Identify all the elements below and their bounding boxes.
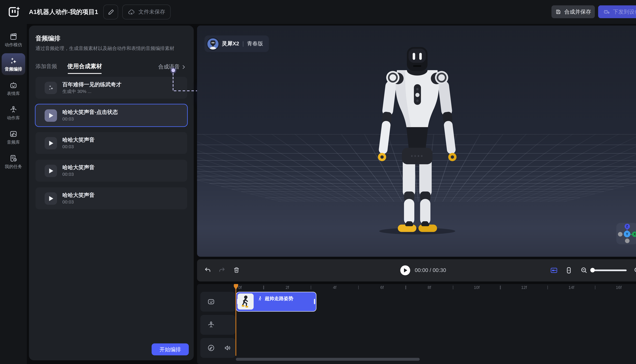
y-axis-handle[interactable]: Y: [624, 231, 630, 237]
guide-anchor-dot: [171, 68, 175, 72]
audio-item-title: 哈哈大笑声音-点击状态: [62, 110, 118, 115]
audio-item[interactable]: 哈哈大笑声音 00:03: [36, 132, 187, 154]
audio-item-duration: 00:03: [62, 144, 95, 149]
synthesize-save-button[interactable]: 合成并保存: [551, 5, 595, 18]
clip-label: 超帅走路姿势: [265, 296, 293, 302]
start-arrange-button[interactable]: 开始编排: [152, 344, 189, 355]
timeline-ruler[interactable]: 0f2f4f6f8f10f12f14f16f: [197, 284, 636, 290]
sidebar-item-motion-mimic[interactable]: 动作模仿: [2, 29, 25, 51]
play-icon[interactable]: [45, 192, 57, 204]
timeline-view-icon: [550, 266, 558, 274]
tab-add-audio[interactable]: 添加音频: [36, 63, 57, 70]
badge-divider: [243, 41, 243, 46]
neg-y-axis-handle[interactable]: [625, 238, 629, 243]
redo-icon: [218, 266, 226, 274]
motion-clip[interactable]: 超帅走路姿势: [236, 292, 316, 312]
guide-connector-horizontal: [174, 90, 198, 91]
timeline-horizontal-scrollbar[interactable]: [236, 358, 420, 361]
sidebar-label: 表情库: [7, 90, 20, 96]
undo-icon: [204, 266, 212, 274]
model-name: 灵犀X2: [222, 40, 239, 48]
neg-x-axis-handle[interactable]: [618, 232, 622, 236]
project-title: A1机器人动作-我的项目1: [29, 0, 98, 24]
sidebar-label: 动作库: [7, 115, 20, 120]
x-axis-handle[interactable]: X: [632, 231, 636, 237]
panel-description: 通过音频处理，生成音频素材以及融合动作和表情的音频编排素材: [36, 45, 189, 52]
delete-button[interactable]: [232, 266, 240, 274]
time-display: 00:00 / 00:30: [415, 259, 446, 282]
panel-tabs: 添加音频 使用合成素材 合成语音: [36, 62, 187, 72]
audio-item-duration: 00:03: [62, 200, 95, 204]
zoom-out-button[interactable]: [580, 266, 588, 274]
file-status-label: 文件未保存: [138, 8, 165, 16]
timeline-panel: 0f2f4f6f8f10f12f14f16f: [197, 284, 636, 364]
deploy-to-device-button[interactable]: 下发到设备: [598, 5, 636, 18]
robot-model[interactable]: [371, 46, 464, 234]
sidebar-item-motion-library[interactable]: 动作库: [2, 102, 25, 124]
sidebar-label: 我的任务: [5, 164, 22, 170]
fit-width-button[interactable]: [565, 266, 573, 274]
sidebar-item-audio-library[interactable]: 音频库: [2, 126, 25, 148]
play-icon[interactable]: [45, 137, 57, 149]
audio-item[interactable]: 哈哈大笑声音 00:03: [36, 160, 187, 182]
play-icon[interactable]: [45, 164, 57, 177]
timeline-zoom-slider-handle[interactable]: [590, 268, 595, 272]
audio-item-title: 百年难得一见的练武奇才: [62, 82, 121, 87]
pencil-icon: [107, 8, 114, 16]
audio-track-icon: [207, 344, 215, 352]
floppy-save-icon: [555, 9, 561, 15]
zoom-out-icon: [580, 266, 588, 274]
axis-gizmo[interactable]: Z Y X: [616, 223, 636, 244]
audio-track-header[interactable]: [200, 338, 235, 358]
play-icon: [404, 268, 407, 272]
audio-item-generating[interactable]: 百年难得一见的练武奇才 生成中 30% ...: [36, 77, 187, 99]
robot-download-icon: [603, 8, 610, 15]
sidebar-item-audio-arrange[interactable]: 音频编排: [2, 53, 25, 75]
clip-trim-handle-right[interactable]: [314, 299, 315, 304]
sidebar-label: 音频编排: [5, 66, 22, 72]
audio-item-duration: 00:03: [62, 117, 118, 122]
sidebar-item-my-tasks[interactable]: 我的任务: [2, 150, 25, 172]
audio-item[interactable]: 哈哈大笑声音 00:03: [36, 187, 187, 209]
synthesize-voice-label: 合成语音: [158, 63, 180, 70]
zoom-in-button[interactable]: [633, 266, 636, 274]
z-axis-handle[interactable]: Z: [624, 224, 630, 229]
app-window: A1机器人动作-我的项目1 文件未保存 合成并保存: [0, 0, 636, 364]
audio-item-title: 哈哈大笑声音: [62, 137, 95, 142]
audio-item-selected[interactable]: 哈哈大笑声音-点击状态 00:03: [36, 104, 187, 126]
motion-track-icon: [207, 321, 215, 329]
synthesize-save-label: 合成并保存: [564, 8, 591, 16]
clip-thumbnail: [237, 294, 254, 310]
top-bar: A1机器人动作-我的项目1 文件未保存 合成并保存: [0, 0, 636, 24]
rename-project-button[interactable]: [103, 4, 118, 20]
tab-use-synth-material[interactable]: 使用合成素材: [67, 63, 102, 70]
sidebar-label: 音频库: [7, 139, 20, 145]
file-unsaved-button[interactable]: 文件未保存: [122, 4, 171, 20]
audio-material-list: 百年难得一见的练武奇才 生成中 30% ... 哈哈大笑声音-点击状态 00:0…: [36, 77, 187, 215]
model-badge[interactable]: 灵犀X2 青春版: [205, 36, 269, 52]
cloud-unsaved-icon: [128, 8, 135, 16]
redo-button[interactable]: [218, 266, 226, 274]
audio-arrange-panel: 音频编排 通过音频处理，生成音频素材以及融合动作和表情的音频编排素材 添加音频 …: [29, 26, 194, 360]
deploy-label: 下发到设备: [613, 8, 636, 16]
play-icon[interactable]: [45, 109, 57, 122]
expression-track-header[interactable]: [200, 292, 235, 312]
timeline-view-button[interactable]: [550, 266, 558, 274]
audio-item-title: 哈哈大笑声音: [62, 165, 95, 170]
sidebar-item-expression-library[interactable]: 表情库: [2, 78, 25, 100]
timeline-zoom-slider[interactable]: [592, 270, 627, 271]
play-button[interactable]: [400, 265, 410, 275]
undo-button[interactable]: [204, 266, 212, 274]
playback-toolbar: 00:00 / 00:30: [197, 259, 636, 282]
audio-item-progress: 生成中 30% ...: [62, 89, 121, 94]
playhead-line: [236, 285, 236, 356]
expression-track-icon: [207, 298, 215, 306]
chevron-right-icon: [181, 64, 186, 70]
speaker-icon[interactable]: [223, 344, 232, 352]
walking-person-icon: [257, 296, 263, 301]
clip-trim-handle-left[interactable]: [237, 299, 238, 304]
viewport-3d[interactable]: 灵犀X2 青春版 Z Y X: [197, 26, 636, 257]
panel-title: 音频编排: [36, 35, 60, 42]
clapperboard-icon: [9, 32, 18, 41]
motion-track-header[interactable]: [200, 315, 235, 335]
